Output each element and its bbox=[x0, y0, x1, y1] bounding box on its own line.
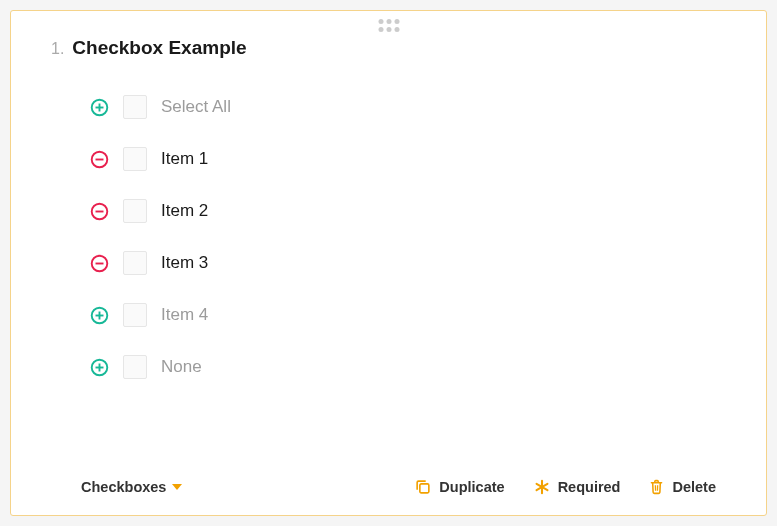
delete-button[interactable]: Delete bbox=[648, 478, 716, 496]
question-card: 1. Checkbox Example Select All bbox=[10, 10, 767, 516]
remove-option-button[interactable] bbox=[89, 149, 109, 169]
options-list: Select All Item 1 Item 2 bbox=[11, 65, 766, 403]
option-row-select-all: Select All bbox=[89, 81, 766, 133]
plus-circle-icon bbox=[90, 306, 109, 325]
required-label: Required bbox=[558, 479, 621, 495]
question-title[interactable]: Checkbox Example bbox=[72, 37, 246, 59]
question-number: 1. bbox=[51, 40, 64, 58]
option-label[interactable]: Item 2 bbox=[161, 201, 208, 221]
option-label[interactable]: Item 1 bbox=[161, 149, 208, 169]
plus-circle-icon bbox=[90, 98, 109, 117]
option-label[interactable]: Select All bbox=[161, 97, 231, 117]
chevron-down-icon bbox=[172, 484, 182, 490]
delete-label: Delete bbox=[672, 479, 716, 495]
checkbox-preview bbox=[123, 95, 147, 119]
checkbox-preview bbox=[123, 303, 147, 327]
drag-handle-icon[interactable] bbox=[378, 19, 399, 32]
checkbox-preview bbox=[123, 251, 147, 275]
option-row-item: Item 4 bbox=[89, 289, 766, 341]
option-row-item: Item 3 bbox=[89, 237, 766, 289]
duplicate-label: Duplicate bbox=[439, 479, 504, 495]
remove-option-button[interactable] bbox=[89, 253, 109, 273]
svg-rect-15 bbox=[420, 484, 429, 493]
plus-circle-icon bbox=[90, 358, 109, 377]
checkbox-preview bbox=[123, 355, 147, 379]
add-option-button[interactable] bbox=[89, 305, 109, 325]
option-label[interactable]: None bbox=[161, 357, 202, 377]
question-footer: Checkboxes Duplicate Required bbox=[11, 459, 766, 515]
add-option-button[interactable] bbox=[89, 97, 109, 117]
minus-circle-icon bbox=[90, 150, 109, 169]
remove-option-button[interactable] bbox=[89, 201, 109, 221]
minus-circle-icon bbox=[90, 254, 109, 273]
checkbox-preview bbox=[123, 147, 147, 171]
option-row-none: None bbox=[89, 341, 766, 393]
add-option-button[interactable] bbox=[89, 357, 109, 377]
duplicate-icon bbox=[414, 478, 432, 496]
trash-icon bbox=[648, 478, 665, 496]
option-row-item: Item 1 bbox=[89, 133, 766, 185]
required-button[interactable]: Required bbox=[533, 478, 621, 496]
option-row-item: Item 2 bbox=[89, 185, 766, 237]
asterisk-icon bbox=[533, 478, 551, 496]
duplicate-button[interactable]: Duplicate bbox=[414, 478, 504, 496]
question-type-label: Checkboxes bbox=[81, 479, 166, 495]
checkbox-preview bbox=[123, 199, 147, 223]
question-type-selector[interactable]: Checkboxes bbox=[81, 479, 182, 495]
option-label[interactable]: Item 4 bbox=[161, 305, 208, 325]
option-label[interactable]: Item 3 bbox=[161, 253, 208, 273]
minus-circle-icon bbox=[90, 202, 109, 221]
